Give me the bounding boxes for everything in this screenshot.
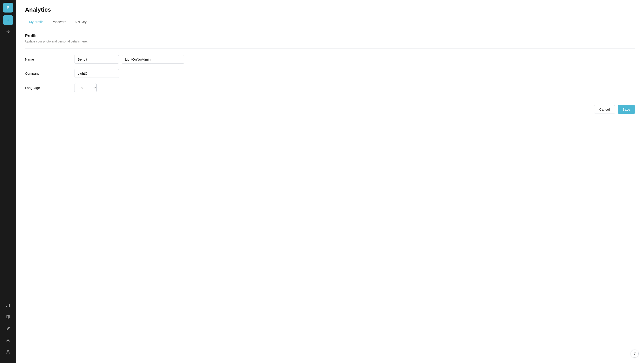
arrow-right-nav-item[interactable] <box>3 27 13 37</box>
add-button[interactable]: + <box>3 15 13 25</box>
name-inputs <box>74 55 635 64</box>
last-name-input[interactable] <box>122 55 184 64</box>
tools-nav-item[interactable] <box>3 324 13 334</box>
user-nav-item[interactable] <box>3 347 13 357</box>
svg-rect-1 <box>8 305 8 307</box>
help-button[interactable]: ? <box>630 350 639 358</box>
profile-section: Profile Update your photo and personal d… <box>16 26 644 105</box>
company-label: Company <box>25 71 74 75</box>
svg-point-4 <box>8 351 9 352</box>
page-title: Analytics <box>25 6 635 13</box>
first-name-input[interactable] <box>74 55 119 64</box>
name-row: Name <box>25 55 635 64</box>
page-header: Analytics My profile Password API Key <box>16 0 644 26</box>
save-button[interactable]: Save <box>618 105 635 114</box>
tab-my-profile[interactable]: My profile <box>25 18 48 26</box>
main-content: Analytics My profile Password API Key Pr… <box>16 0 644 363</box>
tabs: My profile Password API Key <box>25 18 635 26</box>
language-select[interactable]: En Fr De Es <box>74 83 96 92</box>
svg-point-3 <box>8 340 9 341</box>
svg-rect-2 <box>9 304 10 307</box>
company-input[interactable] <box>74 69 119 78</box>
cancel-button[interactable]: Cancel <box>594 105 615 114</box>
language-inputs: En Fr De Es <box>74 83 635 92</box>
tab-password[interactable]: Password <box>48 18 70 26</box>
form-actions: Cancel Save <box>16 105 644 123</box>
settings-nav-item[interactable] <box>3 335 13 345</box>
section-subtitle: Update your photo and personal details h… <box>25 39 635 43</box>
svg-rect-0 <box>6 306 7 307</box>
tab-api-key[interactable]: API Key <box>70 18 90 26</box>
chart-nav-item[interactable] <box>3 300 13 310</box>
language-label: Language <box>25 86 74 90</box>
section-title: Profile <box>25 33 635 38</box>
company-row: Company <box>25 69 635 78</box>
sidebar-bottom <box>3 300 13 360</box>
company-inputs <box>74 69 635 78</box>
name-label: Name <box>25 57 74 61</box>
section-divider <box>25 48 635 49</box>
sidebar: P + <box>0 0 16 363</box>
logo-button[interactable]: P <box>3 3 13 12</box>
book-nav-item[interactable] <box>3 312 13 322</box>
language-row: Language En Fr De Es <box>25 83 635 92</box>
